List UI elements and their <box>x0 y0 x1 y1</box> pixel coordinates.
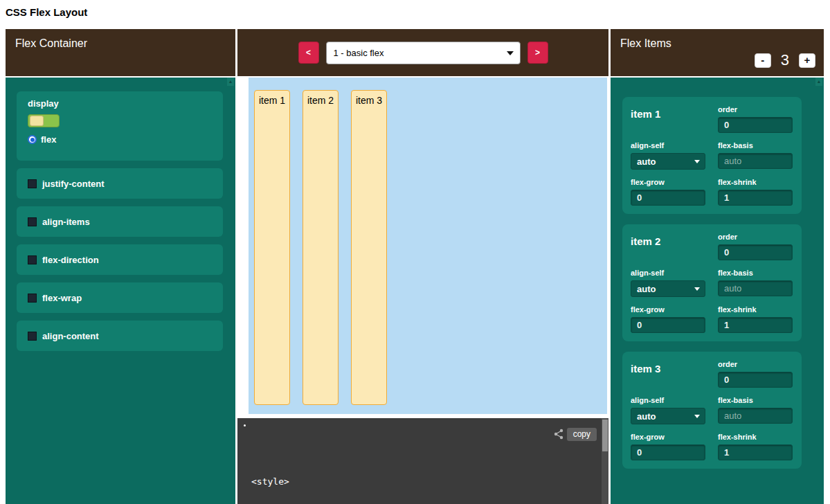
flex-basis-field: flex-basis <box>718 269 793 297</box>
item-3-card-title: item 3 <box>631 360 705 388</box>
align-self-select-wrap: auto <box>631 280 705 297</box>
example-select[interactable]: 1 - basic flex <box>326 42 521 64</box>
prev-example-button[interactable]: < <box>298 42 319 64</box>
option-flex-wrap[interactable]: flex-wrap <box>17 282 223 313</box>
item-2-card-title: item 2 <box>631 233 705 260</box>
order-label: order <box>718 105 793 114</box>
align-self-label: align-self <box>631 141 705 150</box>
scroll-up-icon[interactable]: ▲ <box>815 78 822 86</box>
flex-shrink-input[interactable] <box>718 190 793 206</box>
code-panel: copy <style> .flex-container { display: … <box>237 418 608 504</box>
copy-button[interactable]: copy <box>567 428 597 441</box>
flex-shrink-field: flex-shrink <box>718 178 793 206</box>
flex-basis-input[interactable] <box>718 408 793 424</box>
flex-grow-field: flex-grow <box>631 178 705 206</box>
flex-shrink-field: flex-shrink <box>718 305 793 333</box>
display-label: display <box>28 98 212 109</box>
flex-grow-input[interactable] <box>631 317 705 333</box>
flex-grow-label: flex-grow <box>631 433 705 441</box>
flex-grow-input[interactable] <box>631 444 705 460</box>
align-self-select[interactable]: auto <box>631 408 705 424</box>
app: CSS Flex Layout Flex Container display f… <box>0 0 830 504</box>
order-field: order <box>718 233 793 260</box>
code-line: <style> <box>251 475 354 488</box>
left-panel-scrollbar[interactable]: ▲ <box>227 78 234 504</box>
flex-direction-checkbox[interactable] <box>28 255 37 264</box>
flex-shrink-label: flex-shrink <box>718 178 793 186</box>
justify-content-checkbox[interactable] <box>28 179 37 188</box>
flex-basis-field: flex-basis <box>718 141 793 170</box>
display-flex-radio[interactable]: flex <box>28 134 212 145</box>
code-scroll-thumb[interactable] <box>602 420 608 451</box>
flex-wrap-label: flex-wrap <box>42 293 82 303</box>
flex-basis-label: flex-basis <box>718 269 793 277</box>
share-icon[interactable] <box>553 429 564 442</box>
example-switcher: < 1 - basic flex > <box>237 29 608 76</box>
order-input[interactable] <box>718 244 793 260</box>
page-title: CSS Flex Layout <box>6 6 87 18</box>
radio-checked-icon <box>28 135 37 144</box>
flex-preview-container: item 1 item 2 item 3 <box>249 78 607 414</box>
order-input[interactable] <box>718 372 793 388</box>
flex-shrink-field: flex-shrink <box>718 433 793 460</box>
option-align-content[interactable]: align-content <box>17 321 223 351</box>
flex-container-body: display flex justify-content align-items <box>6 78 235 504</box>
item-count: 3 <box>781 51 789 69</box>
flex-wrap-checkbox[interactable] <box>28 294 37 303</box>
align-self-field: align-self auto <box>631 269 705 297</box>
flex-shrink-input[interactable] <box>718 444 793 460</box>
flex-grow-input[interactable] <box>631 190 705 206</box>
flex-shrink-label: flex-shrink <box>718 305 793 314</box>
option-flex-direction[interactable]: flex-direction <box>17 244 223 275</box>
align-items-checkbox[interactable] <box>28 217 37 226</box>
scroll-up-icon[interactable]: ▲ <box>227 78 234 86</box>
item-2-card: item 2 order align-self auto flex-basis <box>622 224 802 341</box>
flex-items-body: item 1 order align-self auto flex-basis <box>611 78 824 504</box>
order-label: order <box>718 233 793 241</box>
bullet-dot <box>244 424 246 426</box>
right-panel-scrollbar[interactable]: ▲ <box>815 78 822 504</box>
item-count-controls: - 3 + <box>755 51 815 69</box>
flex-grow-label: flex-grow <box>631 305 705 314</box>
next-example-button[interactable]: > <box>527 42 548 64</box>
flex-basis-input[interactable] <box>718 153 793 169</box>
flex-container-panel: Flex Container display flex justify-cont… <box>6 29 235 504</box>
flex-shrink-input[interactable] <box>718 317 793 333</box>
flex-container-header: Flex Container <box>6 29 235 76</box>
align-content-label: align-content <box>42 331 99 341</box>
flex-item-1: item 1 <box>254 90 290 405</box>
flex-item-3: item 3 <box>351 90 387 405</box>
item-1-card: item 1 order align-self auto flex-basis <box>622 97 802 214</box>
order-field: order <box>718 360 793 388</box>
align-content-checkbox[interactable] <box>28 332 37 341</box>
display-toggle[interactable] <box>28 114 60 127</box>
flex-container-title: Flex Container <box>15 37 87 50</box>
remove-item-button[interactable]: - <box>755 53 771 68</box>
item-3-card: item 3 order align-self auto flex-basis <box>622 352 802 469</box>
flex-grow-label: flex-grow <box>631 178 705 186</box>
align-self-select-wrap: auto <box>631 153 705 170</box>
flex-basis-label: flex-basis <box>718 141 793 150</box>
example-select-wrap: 1 - basic flex <box>326 42 521 64</box>
align-self-select[interactable]: auto <box>631 153 705 170</box>
code-scrollbar[interactable] <box>602 418 608 504</box>
display-group: display flex <box>17 91 223 161</box>
order-label: order <box>718 360 793 368</box>
flex-basis-input[interactable] <box>718 280 793 296</box>
toggle-knob-icon <box>30 116 44 126</box>
flex-grow-field: flex-grow <box>631 305 705 333</box>
align-self-label: align-self <box>631 269 705 277</box>
add-item-button[interactable]: + <box>799 53 815 68</box>
order-field: order <box>718 105 793 133</box>
option-justify-content[interactable]: justify-content <box>17 168 223 199</box>
align-self-field: align-self auto <box>631 396 705 424</box>
flex-item-2: item 2 <box>303 90 339 405</box>
option-align-items[interactable]: align-items <box>17 206 223 237</box>
order-input[interactable] <box>718 117 793 133</box>
code-text: <style> .flex-container { display: flex; <box>251 449 354 504</box>
align-self-field: align-self auto <box>631 141 705 170</box>
align-self-label: align-self <box>631 396 705 404</box>
align-self-select[interactable]: auto <box>631 280 705 297</box>
justify-content-label: justify-content <box>42 179 105 189</box>
flex-items-title: Flex Items <box>620 37 671 50</box>
